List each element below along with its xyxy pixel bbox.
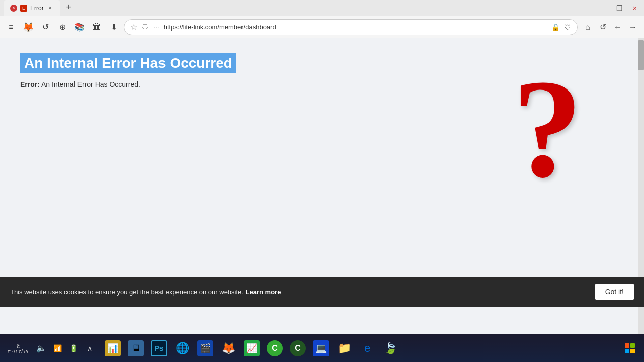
shield-check-icon: 🛡 bbox=[564, 23, 571, 31]
taskbar-apps: 📊 🖥 Ps 🌐 🎬 bbox=[102, 337, 401, 359]
error-detail: An Internal Error Has Occurred. bbox=[41, 80, 140, 88]
taskbar-app-2[interactable]: 🖥 bbox=[125, 337, 147, 359]
toolbar: ≡ 🦊 ↺ ⊕ 📚 🏛 ⬇ ☆ 🛡 ··· https://lite-link.… bbox=[0, 16, 644, 38]
question-mark-illustration: ? bbox=[497, 48, 598, 209]
error-label: Error: bbox=[20, 80, 40, 88]
browser-frame: × E Error × + — ❐ × ≡ 🦊 ↺ ⊕ 📚 🏛 ⬇ ☆ 🛡 ··… bbox=[0, 0, 644, 362]
cookie-message: This website uses cookies to ensure you … bbox=[10, 288, 589, 296]
start-grid-icon bbox=[625, 343, 635, 353]
taskbar-monitor[interactable]: 📈 bbox=[240, 337, 263, 359]
url-text[interactable]: https://lite-link.com/member/dashboard bbox=[164, 23, 547, 31]
maximize-button[interactable]: ❐ bbox=[613, 3, 626, 13]
taskbar-media[interactable]: 🎬 bbox=[194, 337, 216, 359]
window-close-button[interactable]: × bbox=[630, 3, 640, 13]
taskbar-app-laptop[interactable]: 💻 bbox=[310, 337, 332, 359]
new-tab-button[interactable]: + bbox=[62, 0, 76, 14]
systray-battery[interactable]: 🔋 bbox=[66, 337, 80, 359]
tab-x-button[interactable]: × bbox=[47, 5, 54, 12]
home-button[interactable]: ⌂ bbox=[581, 20, 595, 34]
active-tab[interactable]: × E Error × bbox=[4, 0, 60, 16]
question-mark-symbol: ? bbox=[512, 58, 583, 199]
taskbar-app-c2[interactable]: C bbox=[287, 337, 309, 359]
taskbar: ع ٣٠/١٢/١٧ 🔈 📶 🔋 ∧ 📊 bbox=[0, 334, 644, 362]
taskbar-app-1[interactable]: 📊 bbox=[102, 337, 124, 359]
taskbar-app-c1[interactable]: C bbox=[264, 337, 286, 359]
taskbar-date: ٣٠/١٢/١٧ bbox=[8, 348, 29, 355]
download-icon[interactable]: ⬇ bbox=[107, 20, 121, 34]
library-icon[interactable]: 🏛 bbox=[90, 20, 104, 34]
window-controls: — ❐ × bbox=[596, 3, 640, 13]
back-button[interactable]: ← bbox=[611, 20, 625, 34]
firefox-icon[interactable]: 🦊 bbox=[21, 20, 35, 34]
lock-icon: 🔒 bbox=[551, 23, 560, 31]
tab-bar: × E Error × + bbox=[4, 0, 596, 16]
tab-close-button[interactable]: × bbox=[10, 5, 17, 12]
taskbar-chrome[interactable]: 🌐 bbox=[171, 337, 193, 359]
title-bar: × E Error × + — ❐ × bbox=[0, 0, 644, 16]
shield-icon[interactable]: 🛡 bbox=[141, 23, 149, 32]
taskbar-time: ع ٣٠/١٢/١٧ bbox=[3, 342, 33, 355]
menu-icon[interactable]: ≡ bbox=[4, 20, 18, 34]
taskbar-file-explorer[interactable]: 📁 bbox=[333, 337, 355, 359]
refresh-icon[interactable]: ↺ bbox=[38, 20, 52, 34]
nav-icons-right: ⌂ ↺ ← → bbox=[581, 20, 640, 34]
tab-favicon: E bbox=[20, 5, 27, 12]
systray-signal[interactable]: 📶 bbox=[50, 337, 64, 359]
tab-title: Error bbox=[30, 5, 44, 12]
systray-left: 🔈 📶 🔋 ∧ bbox=[34, 337, 97, 359]
bookmarks-icon[interactable]: 📚 bbox=[72, 20, 87, 34]
cookie-message-text: This website uses cookies to ensure you … bbox=[10, 288, 244, 296]
learn-more-link[interactable]: Learn more bbox=[246, 288, 281, 296]
refresh-button[interactable]: ↺ bbox=[596, 20, 610, 34]
star-icon[interactable]: ☆ bbox=[130, 22, 137, 32]
forward-button[interactable]: → bbox=[626, 20, 640, 34]
address-bar[interactable]: ☆ 🛡 ··· https://lite-link.com/member/das… bbox=[124, 19, 578, 35]
taskbar-arabic-char: ع bbox=[17, 342, 20, 348]
scrollbar-thumb[interactable] bbox=[638, 40, 644, 70]
systray-arrow[interactable]: ∧ bbox=[83, 337, 97, 359]
taskbar-avira[interactable]: 🍃 bbox=[379, 337, 401, 359]
page-content: An Internal Error Has Occurred Error: An… bbox=[0, 38, 644, 334]
got-it-button[interactable]: Got it! bbox=[595, 284, 634, 300]
systray-speaker[interactable]: 🔈 bbox=[34, 337, 48, 359]
error-title: An Internal Error Has Occurred bbox=[20, 53, 236, 73]
home-icon-2[interactable]: ⊕ bbox=[55, 20, 69, 34]
start-button[interactable] bbox=[619, 337, 641, 359]
taskbar-ie[interactable]: e bbox=[356, 337, 378, 359]
minimize-button[interactable]: — bbox=[596, 3, 609, 13]
taskbar-photoshop[interactable]: Ps bbox=[148, 337, 170, 359]
taskbar-firefox[interactable]: 🦊 bbox=[217, 337, 239, 359]
more-icon[interactable]: ··· bbox=[153, 23, 159, 31]
cookie-banner: This website uses cookies to ensure you … bbox=[0, 277, 644, 307]
